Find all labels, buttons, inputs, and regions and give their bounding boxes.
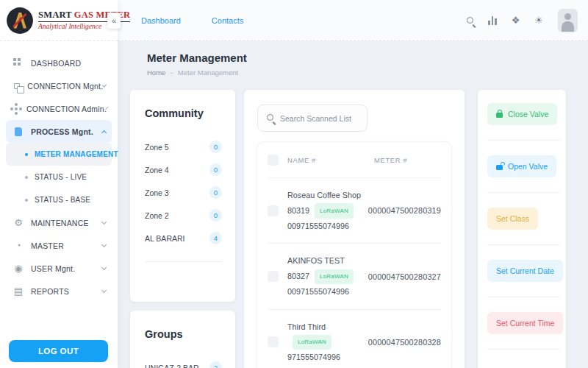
row-checkbox[interactable] bbox=[268, 205, 279, 216]
brand-title-secondary: GAS METER bbox=[74, 10, 130, 20]
select-all-checkbox[interactable] bbox=[268, 155, 279, 166]
search-box bbox=[257, 105, 368, 132]
main-content: Meter Management Home - Meter Management… bbox=[118, 41, 588, 368]
row-phone: 00971555074996 bbox=[287, 284, 368, 300]
count-badge: 4 bbox=[209, 232, 222, 244]
table-row[interactable]: Roseau Coffee Shop 80319LoRaWAN 00971555… bbox=[268, 178, 441, 243]
sidebar-item-maintenance[interactable]: ⚙ MAINTENANCE bbox=[6, 211, 112, 234]
lorawan-badge: LoRaWAN bbox=[315, 269, 354, 284]
sidebar-item-user-mgnt[interactable]: ◉ USER Mgnt. bbox=[6, 257, 112, 280]
community-item-zone3[interactable]: Zone 3 0 bbox=[145, 181, 222, 204]
lorawan-badge: LoRaWAN bbox=[293, 335, 331, 350]
actions-card: Close Valve Open Valve Set Class Set Cur… bbox=[478, 90, 566, 368]
apps-icon[interactable]: ❖ bbox=[512, 15, 520, 25]
theme-toggle-icon[interactable]: ☀ bbox=[534, 15, 543, 25]
bullet-icon bbox=[25, 199, 28, 202]
frames-icon bbox=[13, 83, 20, 89]
search-input[interactable] bbox=[280, 105, 365, 131]
sidebar-item-master[interactable]: ◔ MASTER bbox=[6, 234, 112, 257]
page-title: Meter Management bbox=[147, 52, 247, 64]
meter-table: NAME # METER # Roseau Coffee Shop 80319L… bbox=[257, 142, 451, 368]
row-phone: 00971555074996 bbox=[287, 219, 368, 234]
table-row[interactable]: AKINFOS TEST 80327LoRaWAN 00971555074996… bbox=[268, 244, 441, 308]
user-icon: ◉ bbox=[13, 263, 24, 273]
row-phone: 971555074996 bbox=[287, 350, 368, 365]
set-current-date-button[interactable]: Set Current Date bbox=[487, 260, 563, 282]
topnav-contacts-link[interactable]: Contacts bbox=[212, 16, 243, 25]
col-header-meter: METER # bbox=[374, 156, 441, 164]
row-checkbox[interactable] bbox=[268, 336, 279, 347]
sidebar-item-status-live[interactable]: STATUS - LIVE bbox=[6, 166, 112, 188]
sidebar: SMART GAS METER Analytical Intelligence … bbox=[0, 0, 118, 368]
breadcrumb-home[interactable]: Home bbox=[147, 68, 165, 77]
divider bbox=[487, 349, 560, 350]
meter-list-card: NAME # METER # Roseau Coffee Shop 80319L… bbox=[244, 90, 465, 368]
brand-logo: SMART GAS METER Analytical Intelligence bbox=[0, 0, 118, 41]
app-window: SMART GAS METER Analytical Intelligence … bbox=[0, 0, 588, 368]
community-card: Community Zone 5 0 Zone 4 0 Zone 3 0 Zon… bbox=[130, 90, 235, 302]
dots-icon bbox=[13, 107, 19, 110]
bar-chart-icon[interactable] bbox=[488, 16, 497, 25]
count-badge: 2 bbox=[209, 361, 222, 368]
count-badge: 0 bbox=[209, 141, 222, 153]
sidebar-collapse-button[interactable]: « bbox=[107, 13, 121, 29]
divider bbox=[487, 297, 560, 297]
divider bbox=[487, 244, 560, 245]
group-item-unigaz[interactable]: UNIGAZ-2 BAR 2 bbox=[145, 356, 222, 368]
search-icon[interactable] bbox=[467, 17, 473, 24]
row-meter: 0000047500280319 bbox=[368, 206, 441, 215]
breadcrumb: Home - Meter Management bbox=[147, 68, 238, 77]
sidebar-item-reports[interactable]: ▤ REPORTS bbox=[6, 280, 112, 302]
table-header: NAME # METER # bbox=[268, 142, 441, 177]
user-avatar[interactable] bbox=[558, 9, 578, 32]
count-badge: 0 bbox=[209, 186, 222, 199]
divider bbox=[487, 140, 560, 141]
community-item-zone2[interactable]: Zone 2 0 bbox=[145, 204, 222, 227]
sidebar-item-dashboard[interactable]: DASHBOARD bbox=[6, 52, 112, 74]
col-header-name: NAME # bbox=[287, 156, 374, 164]
logout-button[interactable]: LOG OUT bbox=[9, 340, 108, 362]
community-title: Community bbox=[145, 107, 222, 119]
topnav-dashboard-link[interactable]: Dashboard bbox=[141, 16, 181, 25]
set-current-time-button[interactable]: Set Current Time bbox=[487, 312, 563, 334]
community-item-albarari[interactable]: AL BARARI 4 bbox=[145, 227, 222, 250]
row-checkbox[interactable] bbox=[268, 271, 279, 282]
chevron-down-icon bbox=[101, 288, 107, 293]
file-icon bbox=[13, 127, 24, 136]
row-meter: 0000047500280328 bbox=[368, 338, 441, 347]
divider bbox=[487, 192, 560, 193]
row-name: Third Third bbox=[287, 322, 326, 331]
sidebar-item-connection-admin[interactable]: CONNECTION Admin. bbox=[6, 97, 112, 120]
community-item-zone4[interactable]: Zone 4 0 bbox=[145, 158, 222, 181]
sidebar-menu: DASHBOARD CONNECTION Mgnt. CONNECTION Ad… bbox=[0, 41, 118, 302]
count-badge: 0 bbox=[209, 163, 222, 176]
open-valve-button[interactable]: Open Valve bbox=[487, 155, 556, 177]
sidebar-item-meter-management[interactable]: METER MANAGEMENT bbox=[6, 143, 112, 166]
sidebar-item-process-mgnt[interactable]: PROCESS Mgnt. bbox=[6, 120, 112, 143]
chevron-down-icon bbox=[101, 242, 107, 247]
chevron-up-icon bbox=[101, 130, 107, 135]
row-meter: 0000047500280327 bbox=[368, 272, 441, 281]
groups-title: Groups bbox=[145, 328, 222, 340]
sidebar-item-status-base[interactable]: STATUS - BASE bbox=[6, 188, 112, 211]
count-badge: 0 bbox=[209, 209, 222, 222]
set-class-button[interactable]: Set Class bbox=[487, 208, 538, 230]
chevron-down-icon bbox=[102, 82, 107, 87]
table-row[interactable]: Third ThirdLoRaWAN 971555074996 00000475… bbox=[268, 310, 441, 368]
brand-logo-icon bbox=[6, 7, 34, 35]
chevron-down-icon bbox=[101, 219, 107, 224]
chevron-down-icon bbox=[101, 265, 107, 270]
breadcrumb-current: Meter Management bbox=[178, 68, 238, 77]
community-item-zone5[interactable]: Zone 5 0 bbox=[145, 135, 222, 158]
topbar: Dashboard Contacts ❖ ☀ bbox=[118, 0, 588, 41]
search-icon bbox=[267, 114, 273, 121]
bullet-icon bbox=[25, 153, 28, 156]
lorawan-badge: LoRaWAN bbox=[315, 203, 354, 218]
pie-icon: ◔ bbox=[13, 241, 24, 250]
bullet-icon bbox=[25, 176, 28, 179]
sidebar-item-connection-mgnt[interactable]: CONNECTION Mgnt. bbox=[6, 74, 112, 97]
divider bbox=[145, 261, 222, 262]
close-valve-button[interactable]: Close Valve bbox=[487, 103, 557, 125]
brand-title-primary: SMART bbox=[38, 10, 71, 20]
lock-open-icon bbox=[496, 165, 503, 170]
